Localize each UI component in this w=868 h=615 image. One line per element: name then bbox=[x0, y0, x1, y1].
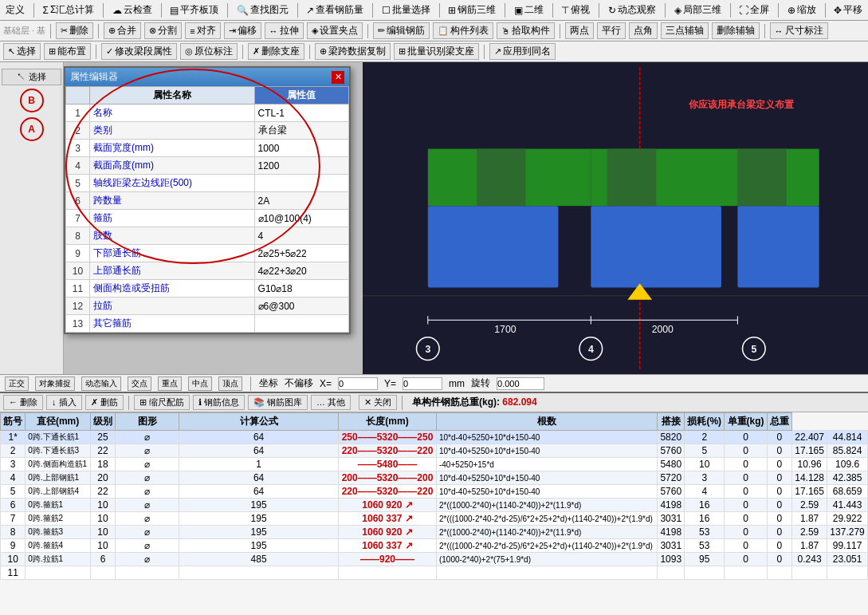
menu-local-3d[interactable]: ◈局部三维 bbox=[672, 2, 724, 18]
rebar-row[interactable]: 9 0跨.箍筋4 10 ⌀ 195 1060 337 ↗ 2*(((1000-2… bbox=[1, 539, 868, 553]
dialog-row[interactable]: 10 上部通长筋 4⌀22+3⌀20 bbox=[66, 262, 349, 280]
rotate-input[interactable] bbox=[497, 377, 544, 390]
menu-define[interactable]: 定义 bbox=[3, 2, 27, 18]
btn-scale-rebar[interactable]: ⊞ 缩尺配筋 bbox=[134, 395, 190, 410]
menu-dynamic-obs[interactable]: ↻动态观察 bbox=[606, 2, 658, 18]
btn-split[interactable]: ⊗ 分割 bbox=[144, 22, 182, 39]
dialog-close-btn[interactable]: ✕ bbox=[332, 71, 344, 84]
dialog-row[interactable]: 13 其它箍筋 bbox=[66, 315, 349, 333]
dialog-row[interactable]: 2 类别 承台梁 bbox=[66, 122, 349, 140]
rebar-row[interactable]: 8 0跨.箍筋3 10 ⌀ 195 1060 920 ↗ 2*((1000-2*… bbox=[1, 526, 868, 539]
btn-delete[interactable]: ✂ 删除 bbox=[56, 22, 93, 39]
menu-bar[interactable]: 定义 ΣΣ汇总计算 ☁云检查 ▤平齐板顶 🔍查找图元 ↗查看钢筋量 ☐批量选择 … bbox=[0, 0, 868, 21]
btn-offset[interactable]: ⇥ 偏移 bbox=[224, 22, 261, 39]
canvas-area[interactable]: 1700 2000 3 4 5 你应该用承台梁定义布置 bbox=[363, 62, 868, 374]
btn-set-grip[interactable]: ◈ 设置夹点 bbox=[307, 22, 363, 39]
prop-value[interactable]: ⌀6@300 bbox=[254, 298, 348, 315]
btn-other[interactable]: … 其他 bbox=[311, 395, 351, 410]
rebar-row[interactable]: 5 0跨.上部钢筋4 22 ⌀ 64 220——5320——220 10*d-4… bbox=[1, 485, 868, 499]
prop-value[interactable]: G10⌀18 bbox=[254, 280, 348, 298]
btn-midpoint[interactable]: 重点 bbox=[158, 376, 182, 391]
btn-place[interactable]: ⊞ 能布置 bbox=[44, 43, 91, 60]
btn-rebar-info[interactable]: ℹ 钢筋信息 bbox=[193, 395, 245, 410]
prop-value[interactable]: 2A bbox=[254, 192, 348, 210]
btn-align[interactable]: ≡ 对齐 bbox=[185, 22, 220, 39]
y-input[interactable] bbox=[403, 377, 442, 390]
btn-component-list[interactable]: 📋 构件列表 bbox=[433, 22, 493, 39]
btn-object-snap[interactable]: 对象捕捉 bbox=[35, 376, 75, 391]
dialog-row[interactable]: 5 轴线距梁左边线距(500) bbox=[66, 175, 349, 192]
rebar-row[interactable]: 3 0跨.侧面构造筋1 18 ⌀ 1 ——5480—— -40+5250+15*… bbox=[1, 458, 868, 471]
btn-modify-seg-prop[interactable]: ✓ 修改梁段属性 bbox=[101, 43, 177, 60]
dialog-row[interactable]: 8 肢数 4 bbox=[66, 227, 349, 245]
btn-center[interactable]: 中点 bbox=[188, 376, 212, 391]
rebar-row[interactable]: 7 0跨.箍筋2 10 ⌀ 195 1060 337 ↗ 2*(((1000-2… bbox=[1, 512, 868, 526]
menu-align-top[interactable]: ▤平齐板顶 bbox=[167, 2, 221, 18]
menu-sum[interactable]: ΣΣ汇总计算 bbox=[41, 2, 97, 18]
btn-select[interactable]: ↖ 选择 bbox=[3, 43, 41, 60]
btn-delete-aux[interactable]: 删除辅轴 bbox=[712, 22, 760, 39]
rebar-row[interactable]: 2 0跨.下通长筋3 22 ⌀ 64 220——5320——220 10*d-4… bbox=[1, 444, 868, 458]
rebar-row[interactable]: 4 0跨.上部钢筋1 20 ⌀ 64 200——5320——200 10*d-4… bbox=[1, 471, 868, 485]
dialog-row[interactable]: 6 跨数量 2A bbox=[66, 192, 349, 210]
btn-bottom-delete[interactable]: ← 删除 bbox=[3, 395, 43, 410]
btn-dim-mark[interactable]: ↔ 尺寸标注 bbox=[770, 22, 828, 39]
prop-value[interactable] bbox=[254, 315, 348, 333]
prop-value[interactable]: 4⌀22+3⌀20 bbox=[254, 262, 348, 280]
prop-value[interactable]: ⌀10@100(4) bbox=[254, 210, 348, 227]
menu-top-view[interactable]: ⊤俯视 bbox=[559, 2, 592, 18]
btn-intersection[interactable]: 交点 bbox=[128, 376, 151, 391]
btn-batch-identify-support[interactable]: ⊞ 批量识别梁支座 bbox=[394, 43, 479, 60]
dialog-row[interactable]: 12 拉筋 ⌀6@300 bbox=[66, 298, 349, 315]
y-label: Y= bbox=[384, 378, 396, 389]
btn-dynamic-input[interactable]: 动态输入 bbox=[81, 376, 121, 391]
dialog-row[interactable]: 7 箍筋 ⌀10@100(4) bbox=[66, 210, 349, 227]
rebar-row[interactable]: 10 0跨.拉筋1 6 ⌀ 485 ——920—— (1000-2*40)+2*… bbox=[1, 553, 868, 566]
btn-stretch[interactable]: ↔ 拉伸 bbox=[265, 22, 304, 39]
btn-vertex[interactable]: 顶点 bbox=[218, 376, 242, 391]
menu-pan[interactable]: ✥平移 bbox=[831, 2, 865, 18]
menu-batch-select[interactable]: ☐批量选择 bbox=[379, 2, 433, 18]
prop-value[interactable]: 承台梁 bbox=[254, 122, 348, 140]
menu-rebar-3d[interactable]: ⊞钢筋三维 bbox=[446, 2, 498, 18]
menu-find-element[interactable]: 🔍查找图元 bbox=[234, 2, 291, 18]
prop-value[interactable]: 2⌀25+5⌀22 bbox=[254, 245, 348, 262]
x-input[interactable] bbox=[338, 377, 378, 390]
btn-bottom-delete-rebar[interactable]: ✗ 删筋 bbox=[85, 395, 124, 410]
btn-two-point[interactable]: 两点 bbox=[565, 22, 594, 39]
rebar-row[interactable]: 6 0跨.箍筋1 10 ⌀ 195 1060 920 ↗ 2*((1000-2*… bbox=[1, 499, 868, 512]
prop-value[interactable]: 1000 bbox=[254, 140, 348, 157]
btn-rebar-lib[interactable]: 📚 钢筋图库 bbox=[248, 395, 308, 410]
btn-delete-support[interactable]: ✗ 删除支座 bbox=[248, 43, 304, 60]
rebar-row[interactable]: 1* 0跨.下通长筋1 25 ⌀ 64 250——5320——250 10*d-… bbox=[1, 431, 868, 444]
menu-zoom[interactable]: ⊕缩放 bbox=[785, 2, 819, 18]
btn-merge[interactable]: ⊕ 合并 bbox=[104, 22, 141, 39]
menu-view-rebar[interactable]: ↗查看钢筋量 bbox=[304, 2, 366, 18]
dialog-row[interactable]: 9 下部通长筋 2⌀25+5⌀22 bbox=[66, 245, 349, 262]
btn-parallel[interactable]: 平行 bbox=[597, 22, 626, 39]
btn-ortho[interactable]: 正交 bbox=[5, 376, 29, 391]
btn-three-point-aux[interactable]: 三点辅轴 bbox=[661, 22, 709, 39]
prop-value[interactable] bbox=[254, 175, 348, 192]
dialog-row[interactable]: 4 截面高度(mm) 1200 bbox=[66, 157, 349, 175]
rebar-table-wrapper[interactable]: 筋号 直径(mm) 级别 图形 计算公式 长度(mm) 根数 搭接 损耗(%) … bbox=[0, 412, 868, 615]
menu-cloud-check[interactable]: ☁云检查 bbox=[110, 2, 155, 18]
btn-copy-span-data[interactable]: ⊕ 梁跨数据复制 bbox=[315, 43, 391, 60]
btn-close[interactable]: ✕ 关闭 bbox=[359, 395, 397, 410]
btn-pick-component[interactable]: 🖱 拾取构件 bbox=[497, 22, 555, 39]
btn-edit-rebar[interactable]: ✏ 编辑钢筋 bbox=[373, 22, 430, 39]
prop-value[interactable]: 1200 bbox=[254, 157, 348, 175]
rebar-row[interactable]: 11 bbox=[1, 566, 868, 580]
prop-value[interactable]: 4 bbox=[254, 227, 348, 245]
menu-fullscreen[interactable]: ⛶全屏 bbox=[736, 2, 772, 18]
btn-bottom-insert[interactable]: ↓ 插入 bbox=[46, 395, 82, 410]
dialog-row[interactable]: 1 名称 CTL-1 bbox=[66, 104, 349, 122]
btn-in-situ-mark[interactable]: ◎ 原位标注 bbox=[180, 43, 238, 60]
prop-value[interactable]: CTL-1 bbox=[254, 104, 348, 122]
btn-left-select[interactable]: ↖ 选择 bbox=[2, 69, 61, 85]
btn-apply-same-name[interactable]: ↗ 应用到同名 bbox=[489, 43, 556, 60]
menu-2d[interactable]: ▣二维 bbox=[512, 2, 546, 18]
dialog-row[interactable]: 11 侧面构造或受扭筋 G10⌀18 bbox=[66, 280, 349, 298]
dialog-row[interactable]: 3 截面宽度(mm) 1000 bbox=[66, 140, 349, 157]
btn-angle[interactable]: 点角 bbox=[629, 22, 658, 39]
